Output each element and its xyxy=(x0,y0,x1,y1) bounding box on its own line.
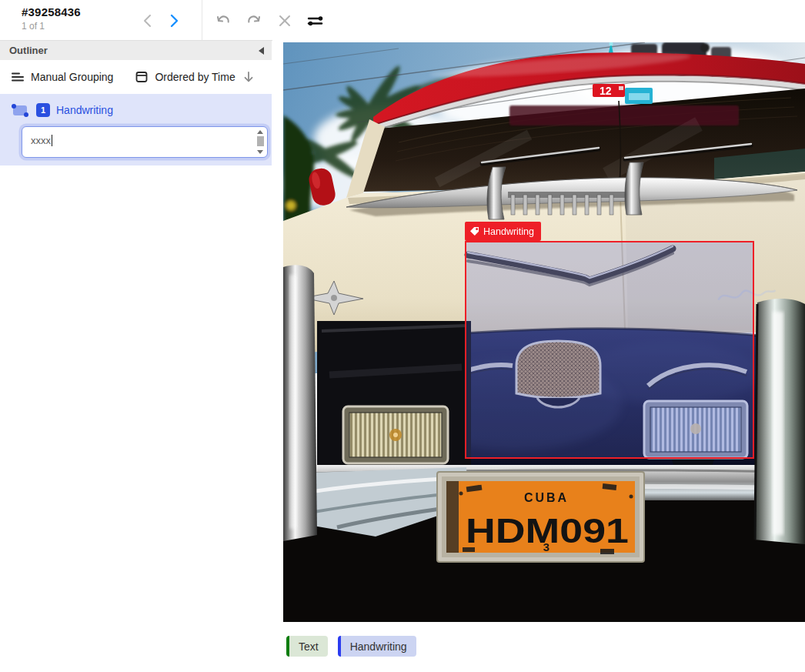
annotation-canvas: 12 xyxy=(272,41,805,672)
label-chip-text[interactable]: Text xyxy=(286,636,328,657)
collapse-panel-icon[interactable] xyxy=(259,47,264,55)
ordering-icon xyxy=(135,70,149,84)
scroll-up-icon[interactable] xyxy=(257,130,263,134)
chevron-right-icon xyxy=(168,13,180,28)
license-plate: CUBA HDM091 3 xyxy=(437,472,644,562)
region-item[interactable]: 1 Handwriting xyxy=(0,100,272,120)
prev-task-button[interactable] xyxy=(137,10,159,32)
label-chip-text-label: Text xyxy=(299,640,319,653)
ornament-teeth xyxy=(511,195,613,215)
bounding-box-region[interactable] xyxy=(465,241,754,459)
bounding-box-region-icon xyxy=(11,103,29,118)
bumper-guard-left xyxy=(283,265,317,541)
undo-icon xyxy=(215,12,232,29)
next-task-button[interactable] xyxy=(163,10,185,32)
region-label[interactable]: Handwriting xyxy=(56,104,113,116)
task-id: #39258436 xyxy=(22,5,81,18)
scrollbar-thumb[interactable] xyxy=(257,136,264,146)
sticker-number: 12 xyxy=(600,85,612,97)
view-settings-button[interactable] xyxy=(305,10,326,31)
region-row-selected[interactable]: 1 Handwriting xxxx xyxy=(0,94,272,165)
annotation-app: #39258436 1 of 1 xyxy=(0,0,805,672)
region-index-badge: 1 xyxy=(36,103,50,117)
grouping-selector[interactable]: Manual Grouping xyxy=(31,71,113,83)
settings-sliders-icon xyxy=(306,12,325,30)
scroll-down-icon[interactable] xyxy=(257,150,263,154)
arrow-down-icon xyxy=(242,70,255,84)
sort-direction-button[interactable] xyxy=(242,70,255,84)
outliner-title: Outliner xyxy=(9,45,48,56)
bounding-box-label-tag[interactable]: Handwriting xyxy=(465,222,541,241)
topbar-divider xyxy=(202,0,202,41)
outliner-header: Outliner xyxy=(0,41,272,60)
redo-icon xyxy=(246,12,262,29)
reject-close-button[interactable] xyxy=(274,10,295,31)
ordering-selector[interactable]: Ordered by Time xyxy=(155,71,235,83)
plate-suffix: 3 xyxy=(543,540,549,553)
input-scrollbar[interactable] xyxy=(255,129,266,155)
bounding-box-label-text: Handwriting xyxy=(483,226,534,237)
tag-icon xyxy=(469,226,479,236)
region-text-value: xxxx xyxy=(31,135,51,146)
task-counter: 1 of 1 xyxy=(22,21,81,32)
chevron-left-icon xyxy=(142,13,154,28)
task-image[interactable]: 12 xyxy=(283,42,805,622)
label-chip-handwriting[interactable]: Handwriting xyxy=(338,636,416,657)
bumper-guard-right xyxy=(754,299,805,544)
close-icon xyxy=(278,14,292,28)
region-text-input[interactable]: xxxx xyxy=(22,126,268,158)
label-selector: Text Handwriting xyxy=(286,636,416,657)
topbar-tools xyxy=(212,10,326,31)
task-title-block: #39258436 1 of 1 xyxy=(22,5,81,32)
plate-country: CUBA xyxy=(524,491,569,504)
grouping-icon xyxy=(11,70,25,84)
outliner-panel: Outliner Manual Grouping Ordered by Time xyxy=(0,41,272,672)
topbar: #39258436 1 of 1 xyxy=(0,0,805,41)
redo-button[interactable] xyxy=(243,10,264,31)
outliner-controls: Manual Grouping Ordered by Time xyxy=(0,60,272,94)
undo-button[interactable] xyxy=(212,10,233,31)
label-chip-handwriting-label: Handwriting xyxy=(350,640,407,653)
text-caret xyxy=(52,135,52,146)
